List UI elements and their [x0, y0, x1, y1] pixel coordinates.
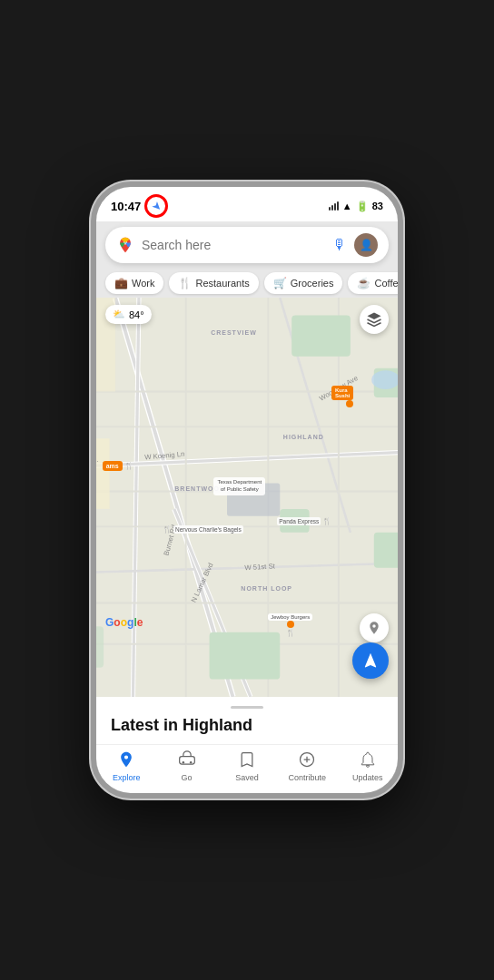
search-bar[interactable]: 🎙 👤	[105, 227, 389, 263]
jewboy-label: Jewboy Burgers	[268, 613, 312, 621]
go-icon	[178, 750, 196, 771]
bottom-nav: Explore Go Saved Contribute	[96, 744, 398, 793]
saved-label: Saved	[235, 773, 259, 782]
panel-title: Latest in Highland	[111, 716, 383, 735]
poi-nervous-charlies[interactable]: 🍴 Nervous Charlie's Bagels	[163, 525, 243, 534]
map-area[interactable]: W Koenig Ln Burnet Rd N Lamar Blvd W 51s…	[96, 298, 398, 697]
work-icon: 💼	[114, 277, 128, 289]
jewboy-fork-icon: 🍴	[286, 629, 295, 637]
panda-fork-icon: 🍴	[322, 517, 331, 525]
battery-level: 83	[372, 201, 383, 211]
poi-nervous-charlies-label: Nervous Charlie's Bagels	[173, 525, 243, 534]
chip-work[interactable]: 💼 Work	[105, 272, 163, 294]
location-arrow-icon: ➤	[149, 199, 163, 213]
location-active-indicator: ➤	[144, 194, 168, 218]
explore-icon	[117, 750, 135, 771]
texas-dept-label: Texas Departmentof Public Safety	[213, 477, 265, 495]
navigation-button[interactable]	[352, 642, 389, 679]
status-icons: ▲ 🔋 83	[329, 201, 383, 212]
ams-fork-icon: 🍴	[124, 462, 133, 470]
groceries-icon: 🛒	[273, 277, 287, 289]
chip-work-label: Work	[132, 278, 154, 289]
restaurants-icon: 🍴	[178, 277, 192, 289]
phone-frame: 10:47 ➤ ▲ 🔋 83	[91, 181, 403, 799]
weather-badge: ⛅ 84°	[105, 305, 152, 324]
status-time: 10:47	[111, 200, 141, 213]
nav-saved[interactable]: Saved	[224, 750, 270, 782]
google-maps-logo-icon	[116, 236, 134, 254]
svg-rect-26	[210, 632, 281, 680]
updates-icon	[359, 750, 377, 771]
chip-coffee[interactable]: ☕ Coffee	[348, 272, 398, 294]
chip-restaurants[interactable]: 🍴 Restaurants	[169, 272, 258, 294]
contribute-label: Contribute	[289, 773, 327, 782]
contribute-icon	[298, 750, 316, 771]
nav-updates[interactable]: Updates	[345, 750, 390, 782]
explore-label: Explore	[113, 773, 141, 782]
label-north-loop: NORTH LOOP	[241, 585, 292, 592]
svg-point-39	[182, 761, 184, 764]
temperature: 84°	[129, 309, 144, 320]
poi-ams[interactable]: ams 🍴	[103, 461, 133, 471]
weather-icon: ⛅	[113, 309, 125, 320]
saved-icon	[238, 750, 256, 771]
layers-button[interactable]	[360, 305, 389, 334]
label-highland: HIGHLAND	[283, 434, 324, 440]
ams-label: ams	[103, 461, 123, 471]
poi-jewboy[interactable]: Jewboy Burgers 🍴	[268, 613, 312, 637]
compass-icon	[367, 621, 381, 635]
search-input[interactable]	[142, 238, 325, 252]
svg-rect-38	[179, 757, 194, 764]
kura-dot	[346, 400, 353, 407]
poi-panda-express[interactable]: Panda Express 🍴	[277, 517, 331, 525]
nav-go[interactable]: Go	[164, 750, 210, 782]
updates-label: Updates	[352, 773, 383, 782]
svg-text:Anderson...: Anderson...	[96, 456, 98, 464]
chip-groceries-label: Groceries	[291, 278, 334, 289]
layers-icon	[366, 311, 382, 328]
wifi-icon: ▲	[342, 201, 352, 211]
chip-restaurants-label: Restaurants	[195, 278, 249, 289]
svg-text:W 51st St: W 51st St	[244, 562, 276, 572]
microphone-icon[interactable]: 🎙	[332, 237, 347, 253]
go-label: Go	[182, 773, 193, 782]
phone-screen: 10:47 ➤ ▲ 🔋 83	[96, 187, 398, 793]
jewboy-dot	[287, 621, 294, 628]
nav-contribute[interactable]: Contribute	[284, 750, 330, 782]
battery-icon: 🔋	[356, 201, 369, 212]
location-button[interactable]	[360, 613, 389, 642]
svg-point-40	[189, 761, 192, 764]
poi-panda-label: Panda Express	[277, 517, 321, 525]
svg-rect-27	[96, 626, 104, 667]
status-bar: 10:47 ➤ ▲ 🔋 83	[96, 187, 398, 221]
chip-groceries[interactable]: 🛒 Groceries	[264, 272, 343, 294]
chip-coffee-label: Coffee	[374, 278, 398, 289]
kura-label: KuraSushi	[331, 386, 353, 400]
google-watermark: G o o g l e	[105, 616, 143, 629]
svg-rect-28	[96, 438, 110, 509]
status-time-area: 10:47 ➤	[111, 194, 168, 218]
coffee-icon: ☕	[357, 277, 370, 289]
nav-explore[interactable]: Explore	[104, 750, 149, 782]
svg-rect-25	[374, 533, 398, 568]
svg-rect-22	[291, 315, 351, 356]
bottom-panel: Latest in Highland	[96, 697, 398, 744]
poi-kura-sushi[interactable]: KuraSushi	[331, 386, 353, 407]
map-background: W Koenig Ln Burnet Rd N Lamar Blvd W 51s…	[96, 298, 398, 697]
navigate-icon	[361, 652, 380, 670]
fork-icon: 🍴	[163, 525, 172, 534]
drag-handle[interactable]	[231, 706, 263, 709]
label-crestview: CRESTVIEW	[211, 329, 257, 336]
category-chips: 💼 Work 🍴 Restaurants 🛒 Groceries ☕ Coffe…	[96, 269, 398, 298]
signal-bars	[329, 201, 339, 211]
poi-texas-dept[interactable]: Texas Departmentof Public Safety	[213, 477, 265, 495]
user-avatar[interactable]: 👤	[354, 233, 378, 257]
